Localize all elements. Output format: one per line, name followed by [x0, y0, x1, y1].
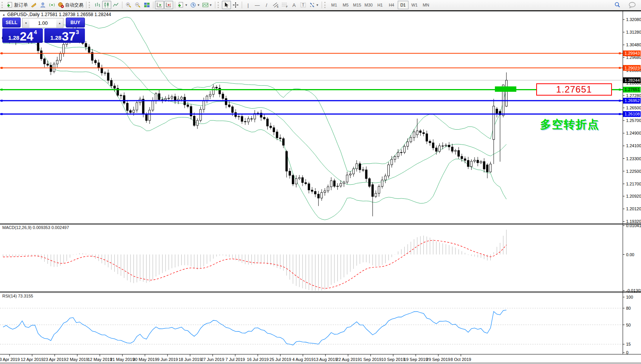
hline-anchor[interactable] [1, 100, 3, 102]
chart-shift-button[interactable] [164, 1, 173, 9]
chart-shift-icon [166, 2, 172, 8]
sell-button[interactable]: SELL [2, 18, 21, 28]
candle [451, 147, 453, 151]
search-icon [614, 2, 621, 8]
templates-button[interactable]: ▼ [201, 1, 213, 9]
vertical-line-tool[interactable]: | [244, 1, 253, 9]
timeframe-D1[interactable]: D1 [398, 1, 408, 9]
candle [448, 145, 450, 147]
chat-button[interactable] [627, 1, 637, 9]
auto-scroll-button[interactable] [155, 1, 164, 9]
templates-icon [202, 2, 208, 8]
chart-style-button[interactable] [29, 1, 38, 9]
date-label: 13 Aug 2019 [314, 357, 337, 362]
indicators-icon [178, 2, 184, 8]
price-chart[interactable]: 1.320801.312801.304801.296801.288801.280… [0, 0, 641, 364]
turning-point-annotation[interactable]: 多空转折点 [540, 117, 599, 132]
search-button[interactable] [613, 1, 622, 9]
toolbar-separator [86, 2, 86, 8]
price-annotation-box[interactable]: 1.27651 [536, 83, 612, 96]
tile-windows-icon [144, 2, 150, 8]
candle [308, 184, 310, 190]
sell-price[interactable]: 1.28 24 4 [2, 28, 43, 43]
line-chart-button[interactable] [111, 1, 120, 9]
hline-anchor[interactable] [1, 52, 3, 54]
volume-increase-button[interactable]: ▲ [56, 18, 63, 28]
chat-icon [628, 2, 636, 8]
hline-anchor[interactable] [619, 67, 621, 69]
hline-anchor[interactable] [619, 52, 621, 54]
hline-price-tag: 1.29023 [625, 66, 640, 70]
hline-anchor[interactable] [619, 89, 621, 91]
date-label: 8 Oct 2019 [451, 357, 471, 362]
timeframe-H4[interactable]: H4 [386, 1, 397, 9]
candle [461, 156, 463, 159]
collapse-panel-arrow[interactable]: ▲ [2, 13, 5, 16]
indicators-button[interactable]: ▼ [177, 1, 189, 9]
crosshair-tool-button[interactable] [231, 1, 240, 9]
zoom-in-icon [125, 2, 132, 8]
trendline-tool[interactable]: / [262, 1, 271, 9]
new-order-icon [7, 2, 13, 8]
candle-chart-button[interactable] [102, 1, 111, 9]
candle [264, 117, 265, 119]
candle [442, 146, 444, 146]
channel-tool[interactable]: E [271, 1, 280, 9]
candle [247, 119, 249, 122]
highlight-rectangle[interactable] [495, 86, 516, 92]
svg-text:T: T [302, 3, 304, 7]
candle [480, 161, 482, 162]
candle [334, 181, 335, 187]
candle [381, 180, 383, 187]
candle [289, 171, 291, 176]
svg-text:F: F [286, 5, 288, 8]
buy-price-sup: 3 [76, 29, 79, 35]
hline-anchor[interactable] [1, 89, 3, 91]
timeframe-M30[interactable]: M30 [363, 1, 374, 9]
hline-anchor[interactable] [619, 113, 621, 115]
volume-input[interactable] [29, 18, 56, 28]
candle [346, 175, 348, 182]
arrows-tool[interactable]: ▼ [308, 1, 320, 9]
timeframe-H1[interactable]: H1 [375, 1, 386, 9]
new-order-button[interactable]: 新订单 [6, 1, 29, 9]
horizontal-line-tool[interactable]: — [253, 1, 262, 9]
hline-anchor[interactable] [1, 67, 3, 69]
timeframe-M5[interactable]: M5 [340, 1, 351, 9]
bar-chart-button[interactable] [93, 1, 102, 9]
macd-axis-label: 0.010419 [626, 223, 641, 228]
auto-trading-button[interactable]: 自动交易 [57, 1, 85, 9]
timeframe-MN[interactable]: MN [421, 1, 431, 9]
candle [279, 138, 281, 138]
candle [298, 177, 300, 179]
signal-button[interactable] [47, 1, 57, 9]
tile-windows-button[interactable] [142, 1, 151, 9]
hline-anchor[interactable] [619, 100, 621, 102]
candle [435, 148, 437, 151]
candle [101, 68, 103, 73]
fibonacci-tool[interactable]: F [280, 1, 290, 9]
price-axis-label: 1.22500 [626, 169, 641, 174]
candle [98, 63, 99, 68]
rsi-indicator-label: RSI(14) 73.3155 [2, 294, 33, 298]
date-label: 18 Jun 2019 [179, 357, 202, 362]
timeframe-M15[interactable]: M15 [352, 1, 363, 9]
zoom-out-button[interactable] [133, 1, 142, 9]
timeframe-W1[interactable]: W1 [409, 1, 420, 9]
buy-button[interactable]: BUY [66, 18, 85, 28]
profile-button[interactable] [38, 1, 47, 9]
hline-anchor[interactable] [1, 113, 3, 115]
text-label-tool[interactable]: T [299, 1, 308, 9]
candle [161, 100, 163, 100]
date-label: 30 May 2019 [133, 357, 157, 362]
zoom-in-button[interactable] [124, 1, 133, 9]
candle [426, 134, 428, 141]
buy-price[interactable]: 1.28 37 3 [44, 28, 85, 43]
candle [203, 101, 205, 109]
timeframe-M1[interactable]: M1 [329, 1, 340, 9]
text-tool[interactable]: A [290, 1, 299, 9]
cursor-tool-button[interactable] [222, 1, 231, 9]
candle [286, 151, 288, 171]
periods-button[interactable]: ▼ [189, 1, 201, 9]
volume-decrease-button[interactable]: ▼ [23, 18, 29, 28]
